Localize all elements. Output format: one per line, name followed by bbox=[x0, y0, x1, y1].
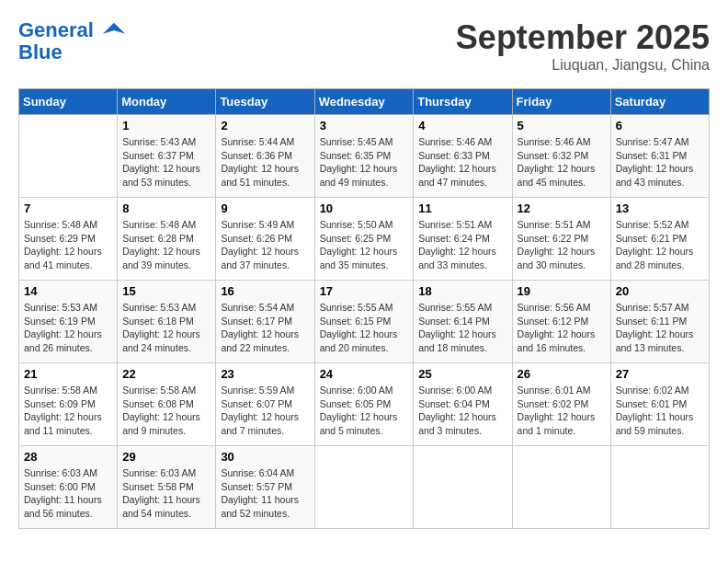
day-number: 22 bbox=[122, 367, 210, 381]
day-info: Sunrise: 5:50 AM Sunset: 6:25 PM Dayligh… bbox=[320, 218, 409, 272]
day-info: Sunrise: 5:53 AM Sunset: 6:19 PM Dayligh… bbox=[24, 301, 112, 355]
day-info: Sunrise: 6:01 AM Sunset: 6:02 PM Dayligh… bbox=[518, 384, 606, 438]
day-info: Sunrise: 6:03 AM Sunset: 6:00 PM Dayligh… bbox=[24, 466, 112, 521]
day-cell: 25Sunrise: 6:00 AM Sunset: 6:04 PM Dayli… bbox=[414, 363, 512, 446]
day-info: Sunrise: 5:44 AM Sunset: 6:36 PM Dayligh… bbox=[221, 135, 309, 190]
day-info: Sunrise: 5:48 AM Sunset: 6:29 PM Dayligh… bbox=[24, 218, 112, 272]
day-number: 28 bbox=[24, 450, 112, 464]
day-info: Sunrise: 5:56 AM Sunset: 6:12 PM Dayligh… bbox=[518, 301, 606, 355]
day-number: 17 bbox=[320, 284, 409, 298]
day-cell: 21Sunrise: 5:58 AM Sunset: 6:09 PM Dayli… bbox=[19, 363, 118, 446]
day-cell bbox=[314, 446, 414, 529]
calendar-table: SundayMondayTuesdayWednesdayThursdayFrid… bbox=[18, 88, 710, 529]
day-info: Sunrise: 5:51 AM Sunset: 6:22 PM Dayligh… bbox=[518, 218, 606, 272]
col-header-thursday: Thursday bbox=[414, 89, 512, 115]
day-info: Sunrise: 6:00 AM Sunset: 6:05 PM Dayligh… bbox=[320, 384, 409, 438]
day-cell bbox=[414, 446, 512, 529]
day-cell: 19Sunrise: 5:56 AM Sunset: 6:12 PM Dayli… bbox=[512, 281, 610, 363]
day-info: Sunrise: 6:04 AM Sunset: 5:57 PM Dayligh… bbox=[221, 466, 309, 521]
day-cell: 24Sunrise: 6:00 AM Sunset: 6:05 PM Dayli… bbox=[314, 363, 414, 446]
day-cell: 13Sunrise: 5:52 AM Sunset: 6:21 PM Dayli… bbox=[610, 198, 709, 281]
day-cell: 15Sunrise: 5:53 AM Sunset: 6:18 PM Dayli… bbox=[118, 281, 216, 363]
day-cell: 10Sunrise: 5:50 AM Sunset: 6:25 PM Dayli… bbox=[314, 198, 414, 281]
day-info: Sunrise: 5:43 AM Sunset: 6:37 PM Dayligh… bbox=[122, 135, 210, 190]
day-info: Sunrise: 5:53 AM Sunset: 6:18 PM Dayligh… bbox=[122, 301, 210, 355]
day-cell: 12Sunrise: 5:51 AM Sunset: 6:22 PM Dayli… bbox=[512, 198, 610, 281]
day-cell: 2Sunrise: 5:44 AM Sunset: 6:36 PM Daylig… bbox=[216, 115, 314, 198]
day-number: 12 bbox=[518, 201, 606, 215]
week-row-0: 1Sunrise: 5:43 AM Sunset: 6:37 PM Daylig… bbox=[19, 115, 710, 198]
day-cell: 3Sunrise: 5:45 AM Sunset: 6:35 PM Daylig… bbox=[314, 115, 414, 198]
day-cell: 27Sunrise: 6:02 AM Sunset: 6:01 PM Dayli… bbox=[610, 363, 709, 446]
day-cell: 28Sunrise: 6:03 AM Sunset: 6:00 PM Dayli… bbox=[19, 446, 118, 529]
week-row-2: 14Sunrise: 5:53 AM Sunset: 6:19 PM Dayli… bbox=[19, 281, 710, 363]
day-number: 24 bbox=[320, 367, 409, 381]
calendar-header-row: SundayMondayTuesdayWednesdayThursdayFrid… bbox=[19, 89, 710, 115]
day-number: 14 bbox=[24, 284, 112, 298]
day-cell: 1Sunrise: 5:43 AM Sunset: 6:37 PM Daylig… bbox=[118, 115, 216, 198]
day-number: 18 bbox=[418, 284, 506, 298]
day-number: 11 bbox=[418, 201, 506, 215]
day-number: 8 bbox=[122, 201, 210, 215]
day-info: Sunrise: 5:51 AM Sunset: 6:24 PM Dayligh… bbox=[418, 218, 506, 272]
day-cell: 29Sunrise: 6:03 AM Sunset: 5:58 PM Dayli… bbox=[118, 446, 216, 529]
day-cell: 16Sunrise: 5:54 AM Sunset: 6:17 PM Dayli… bbox=[216, 281, 314, 363]
day-info: Sunrise: 5:52 AM Sunset: 6:21 PM Dayligh… bbox=[616, 218, 704, 272]
day-cell: 23Sunrise: 5:59 AM Sunset: 6:07 PM Dayli… bbox=[216, 363, 314, 446]
day-number: 6 bbox=[616, 119, 704, 132]
day-info: Sunrise: 5:55 AM Sunset: 6:15 PM Dayligh… bbox=[320, 301, 409, 355]
day-cell: 20Sunrise: 5:57 AM Sunset: 6:11 PM Dayli… bbox=[610, 281, 709, 363]
day-info: Sunrise: 5:48 AM Sunset: 6:28 PM Dayligh… bbox=[122, 218, 210, 272]
col-header-tuesday: Tuesday bbox=[216, 89, 314, 115]
col-header-wednesday: Wednesday bbox=[314, 89, 414, 115]
day-number: 19 bbox=[518, 284, 606, 298]
week-row-3: 21Sunrise: 5:58 AM Sunset: 6:09 PM Dayli… bbox=[19, 363, 710, 446]
day-info: Sunrise: 5:58 AM Sunset: 6:09 PM Dayligh… bbox=[24, 384, 112, 438]
day-cell: 5Sunrise: 5:46 AM Sunset: 6:32 PM Daylig… bbox=[512, 115, 610, 198]
day-number: 20 bbox=[616, 284, 704, 298]
day-info: Sunrise: 5:46 AM Sunset: 6:33 PM Dayligh… bbox=[418, 135, 506, 190]
day-cell: 7Sunrise: 5:48 AM Sunset: 6:29 PM Daylig… bbox=[19, 198, 118, 281]
day-info: Sunrise: 5:54 AM Sunset: 6:17 PM Dayligh… bbox=[221, 301, 309, 355]
logo-bird-icon bbox=[101, 18, 127, 44]
week-row-4: 28Sunrise: 6:03 AM Sunset: 6:00 PM Dayli… bbox=[19, 446, 710, 529]
day-cell: 26Sunrise: 6:01 AM Sunset: 6:02 PM Dayli… bbox=[512, 363, 610, 446]
day-cell bbox=[19, 115, 118, 198]
col-header-monday: Monday bbox=[118, 89, 216, 115]
day-cell bbox=[610, 446, 709, 529]
day-number: 29 bbox=[122, 450, 210, 464]
day-info: Sunrise: 5:47 AM Sunset: 6:31 PM Dayligh… bbox=[616, 135, 704, 190]
day-number: 4 bbox=[418, 119, 506, 132]
day-number: 5 bbox=[518, 119, 606, 132]
day-cell: 22Sunrise: 5:58 AM Sunset: 6:08 PM Dayli… bbox=[118, 363, 216, 446]
day-info: Sunrise: 5:55 AM Sunset: 6:14 PM Dayligh… bbox=[418, 301, 506, 355]
week-row-1: 7Sunrise: 5:48 AM Sunset: 6:29 PM Daylig… bbox=[19, 198, 710, 281]
day-cell: 9Sunrise: 5:49 AM Sunset: 6:26 PM Daylig… bbox=[216, 198, 314, 281]
day-number: 15 bbox=[122, 284, 210, 298]
day-cell: 11Sunrise: 5:51 AM Sunset: 6:24 PM Dayli… bbox=[414, 198, 512, 281]
day-info: Sunrise: 6:03 AM Sunset: 5:58 PM Dayligh… bbox=[122, 466, 210, 521]
day-number: 1 bbox=[122, 119, 210, 132]
col-header-saturday: Saturday bbox=[610, 89, 709, 115]
day-cell bbox=[512, 446, 610, 529]
day-cell: 14Sunrise: 5:53 AM Sunset: 6:19 PM Dayli… bbox=[19, 281, 118, 363]
day-number: 16 bbox=[221, 284, 309, 298]
day-cell: 18Sunrise: 5:55 AM Sunset: 6:14 PM Dayli… bbox=[414, 281, 512, 363]
day-number: 3 bbox=[320, 119, 409, 132]
day-cell: 17Sunrise: 5:55 AM Sunset: 6:15 PM Dayli… bbox=[314, 281, 414, 363]
day-info: Sunrise: 5:57 AM Sunset: 6:11 PM Dayligh… bbox=[616, 301, 704, 355]
svg-marker-0 bbox=[103, 23, 125, 34]
day-info: Sunrise: 5:58 AM Sunset: 6:08 PM Dayligh… bbox=[122, 384, 210, 438]
day-number: 9 bbox=[221, 201, 309, 215]
day-number: 21 bbox=[24, 367, 112, 381]
day-number: 25 bbox=[418, 367, 506, 381]
page-header: General Blue September 2025 Liuquan, Jia… bbox=[18, 18, 710, 74]
col-header-friday: Friday bbox=[512, 89, 610, 115]
day-info: Sunrise: 5:45 AM Sunset: 6:35 PM Dayligh… bbox=[320, 135, 409, 190]
day-cell: 8Sunrise: 5:48 AM Sunset: 6:28 PM Daylig… bbox=[118, 198, 216, 281]
day-cell: 30Sunrise: 6:04 AM Sunset: 5:57 PM Dayli… bbox=[216, 446, 314, 529]
day-number: 27 bbox=[616, 367, 704, 381]
day-number: 26 bbox=[518, 367, 606, 381]
title-block: September 2025 Liuquan, Jiangsu, China bbox=[456, 18, 710, 74]
col-header-sunday: Sunday bbox=[19, 89, 118, 115]
